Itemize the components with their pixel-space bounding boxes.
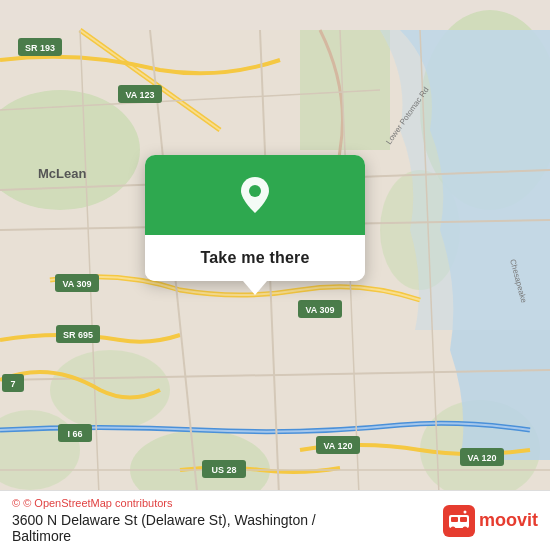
moovit-brand-text: moovit	[479, 510, 538, 531]
popup-pin-area	[145, 155, 365, 235]
moovit-logo: moovit	[443, 505, 538, 537]
svg-text:I 66: I 66	[67, 429, 82, 439]
svg-point-5	[50, 350, 170, 430]
osm-attribution-text: © OpenStreetMap contributors	[23, 497, 172, 509]
map-container: SR 193 VA 123 VA 309 VA 309 SR 695 I 66 …	[0, 0, 550, 550]
bottom-bar: © © OpenStreetMap contributors 3600 N De…	[0, 490, 550, 550]
moovit-bus-icon	[443, 505, 475, 537]
svg-point-50	[462, 526, 467, 531]
svg-point-49	[450, 526, 455, 531]
svg-text:US 28: US 28	[211, 465, 236, 475]
osm-attribution: © © OpenStreetMap contributors	[12, 497, 316, 509]
osm-copyright-symbol: ©	[12, 497, 20, 509]
popup-card: Take me there	[145, 155, 365, 281]
bottom-left: © © OpenStreetMap contributors 3600 N De…	[12, 497, 316, 544]
svg-text:VA 120: VA 120	[467, 453, 496, 463]
svg-text:VA 309: VA 309	[305, 305, 334, 315]
svg-text:VA 309: VA 309	[62, 279, 91, 289]
popup-triangle	[243, 281, 267, 295]
svg-text:7: 7	[10, 379, 15, 389]
address-text: 3600 N Delaware St (Delaware St), Washin…	[12, 512, 316, 544]
svg-text:VA 120: VA 120	[323, 441, 352, 451]
svg-point-52	[463, 510, 466, 513]
location-pin-icon	[233, 173, 277, 217]
svg-rect-48	[460, 517, 467, 522]
take-me-there-button[interactable]: Take me there	[145, 235, 365, 281]
svg-text:McLean: McLean	[38, 166, 86, 181]
svg-text:SR 695: SR 695	[63, 330, 93, 340]
svg-rect-47	[451, 517, 458, 522]
address-line1: 3600 N Delaware St (Delaware St), Washin…	[12, 512, 316, 528]
svg-text:SR 193: SR 193	[25, 43, 55, 53]
svg-point-44	[249, 185, 261, 197]
svg-text:VA 123: VA 123	[125, 90, 154, 100]
address-line2: Baltimore	[12, 528, 71, 544]
